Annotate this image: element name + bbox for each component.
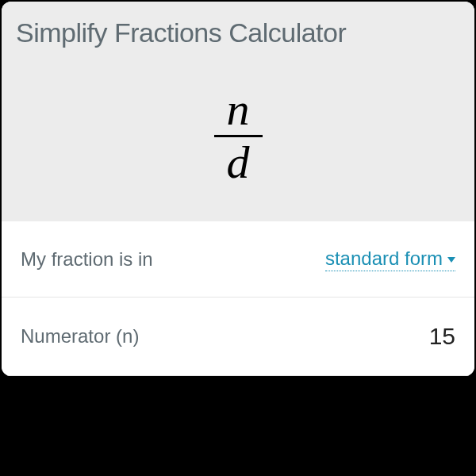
- formula-display: n d: [2, 55, 474, 222]
- fraction-symbol: n d: [214, 86, 263, 186]
- chevron-down-icon: [447, 257, 455, 263]
- fraction-denominator-symbol: d: [214, 137, 263, 186]
- fraction-numerator-symbol: n: [214, 86, 263, 137]
- card-header: Simplify Fractions Calculator: [2, 2, 474, 55]
- fraction-form-label: My fraction is in: [21, 248, 153, 271]
- fraction-form-row: My fraction is in standard form: [2, 222, 474, 298]
- dropdown-selected: standard form: [325, 248, 443, 270]
- numerator-input[interactable]: 15: [376, 323, 455, 350]
- card-title: Simplify Fractions Calculator: [16, 17, 460, 48]
- calculator-card: Simplify Fractions Calculator n d My fra…: [2, 2, 474, 376]
- numerator-label: Numerator (n): [21, 325, 139, 347]
- numerator-row: Numerator (n) 15: [2, 298, 474, 376]
- fraction-form-dropdown[interactable]: standard form: [325, 248, 455, 271]
